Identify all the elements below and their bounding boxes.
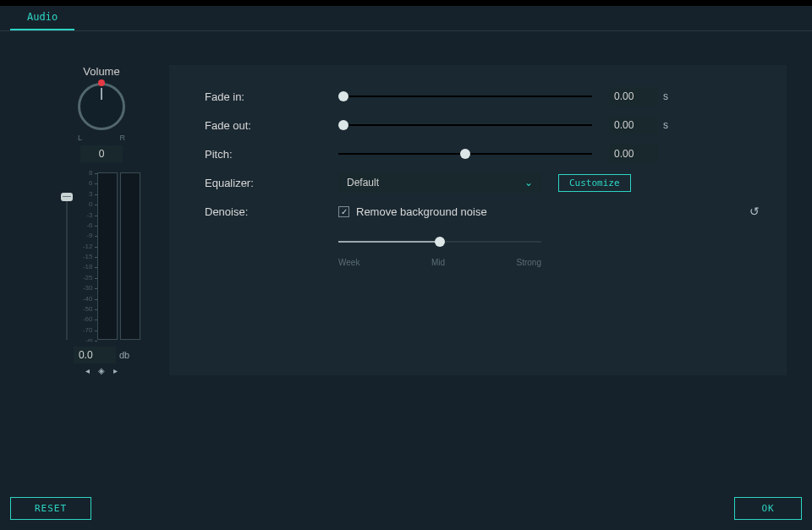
denoise-label: Denoise: (205, 205, 338, 218)
pan-right-label: R (120, 134, 126, 142)
fade-out-input[interactable] (609, 116, 658, 134)
scale-tick: -40 (83, 296, 93, 303)
scale-tick: -12 (83, 243, 93, 250)
chevron-down-icon: ⌄ (524, 177, 533, 189)
scale-tick: -25 (83, 275, 93, 281)
denoise-slider[interactable] (338, 236, 541, 248)
pitch-slider[interactable] (338, 148, 592, 160)
pitch-input[interactable] (609, 145, 658, 163)
keyframe-add-icon[interactable]: ◈ (98, 366, 105, 375)
pan-value-input[interactable] (80, 145, 123, 162)
scale-tick: -18 (83, 264, 93, 270)
pan-dial[interactable] (78, 83, 125, 130)
fade-out-slider[interactable] (338, 119, 592, 131)
pitch-label: Pitch: (205, 148, 338, 161)
dial-indicator-icon (101, 88, 102, 100)
scale-tick: 6 (89, 180, 92, 187)
meter-bar-right (120, 172, 140, 340)
fade-in-unit: s (663, 90, 668, 102)
scale-tick: 0 (89, 201, 92, 208)
equalizer-select[interactable]: Default ⌄ (338, 172, 541, 193)
denoise-mark-strong: Strong (517, 258, 541, 267)
volume-slider-handle[interactable] (61, 193, 73, 201)
scale-tick: -6 (86, 222, 92, 229)
scale-tick: -30 (83, 285, 93, 292)
denoise-mark-mid: Mid (431, 258, 445, 267)
scale-tick: -70 (83, 327, 93, 334)
reset-icon[interactable]: ↺ (749, 205, 760, 218)
denoise-checkbox[interactable]: ✓ Remove background noise (338, 205, 487, 218)
db-unit: db (119, 350, 129, 360)
pan-left-label: L (78, 134, 82, 142)
reset-button[interactable]: RESET (10, 497, 91, 520)
scale-tick: 8 (89, 170, 92, 177)
equalizer-selected: Default (347, 177, 379, 189)
ok-button[interactable]: OK (734, 497, 802, 520)
volume-section: Volume L R 8630-3-6-9-12-15-18-25-30-40-… (51, 65, 152, 375)
dial-dot-icon (98, 79, 105, 86)
scale-tick: -15 (83, 254, 93, 260)
equalizer-label: Equalizer: (205, 177, 338, 189)
customize-button[interactable]: Customize (558, 174, 631, 192)
settings-panel: Fade in: s Fade out: s Pitch: (169, 65, 787, 375)
meter-bar-left (97, 172, 118, 340)
tab-audio[interactable]: Audio (10, 6, 74, 30)
fade-in-slider[interactable] (338, 90, 592, 102)
keyframe-prev-icon[interactable]: ◂ (85, 366, 90, 375)
meter-scale: 8630-3-6-9-12-15-18-25-30-40-50-60-70-∞ (73, 172, 95, 340)
denoise-checkbox-label: Remove background noise (356, 205, 487, 218)
volume-meters: 8630-3-6-9-12-15-18-25-30-40-50-60-70-∞ (51, 172, 152, 340)
fade-in-input[interactable] (609, 87, 658, 106)
scale-tick: -50 (83, 306, 93, 313)
keyframe-next-icon[interactable]: ▸ (113, 366, 118, 375)
volume-title: Volume (51, 65, 152, 78)
fade-out-unit: s (663, 119, 668, 131)
scale-tick: -3 (86, 212, 92, 219)
scale-tick: -∞ (85, 337, 92, 344)
checkbox-icon: ✓ (338, 206, 349, 217)
scale-tick: -60 (83, 316, 93, 323)
fade-in-label: Fade in: (205, 90, 338, 103)
fade-out-label: Fade out: (205, 119, 338, 132)
scale-tick: 3 (89, 191, 92, 198)
scale-tick: -9 (86, 232, 92, 239)
db-value-input[interactable] (74, 347, 116, 363)
denoise-mark-weak: Week (338, 258, 359, 267)
